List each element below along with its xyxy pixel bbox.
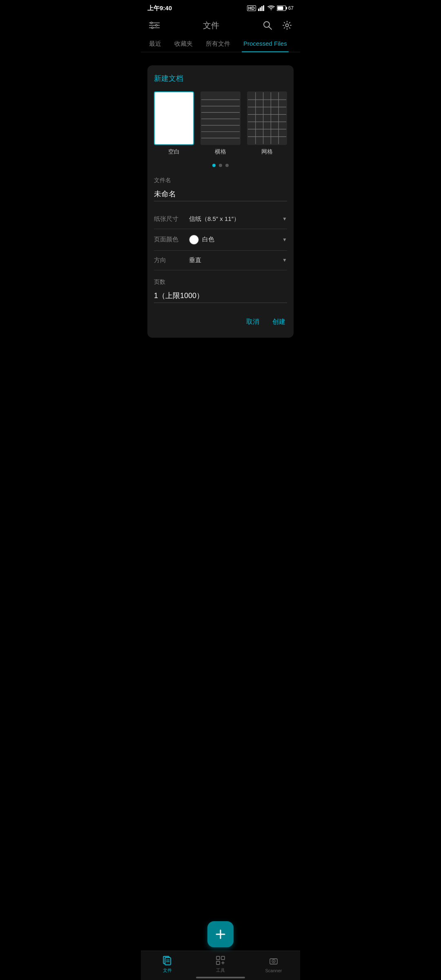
filter-button[interactable] (147, 19, 161, 31)
template-lined-label: 横格 (215, 148, 226, 156)
template-blank-preview (154, 91, 194, 145)
tab-all-files[interactable]: 所有文件 (204, 36, 232, 52)
filename-input[interactable] (154, 187, 287, 201)
grid-svg (248, 92, 286, 144)
tab-bar: 最近 收藏夹 所有文件 Processed Files (141, 36, 300, 52)
template-grid[interactable]: 网格 (247, 91, 287, 156)
tab-recent[interactable]: 最近 (147, 36, 163, 52)
dot-2 (219, 164, 222, 167)
settings-button[interactable] (281, 19, 294, 32)
svg-rect-19 (201, 92, 240, 144)
page-count-label: 页数 (154, 278, 287, 286)
filter-icon (149, 21, 160, 30)
svg-rect-27 (248, 92, 286, 144)
svg-rect-3 (263, 5, 264, 11)
tab-favorites[interactable]: 收藏夹 (173, 36, 194, 52)
svg-rect-0 (258, 9, 259, 11)
svg-point-18 (286, 24, 289, 27)
pagination-dots (154, 164, 287, 167)
page-count-group: 页数 (154, 278, 287, 303)
svg-point-10 (156, 24, 157, 26)
page-color-value: 白色 (202, 236, 214, 243)
template-lined-preview (200, 91, 241, 145)
svg-rect-1 (260, 7, 261, 11)
svg-rect-5 (286, 7, 287, 9)
battery-icon: 67 (277, 5, 294, 11)
battery-pct: 67 (288, 5, 294, 11)
tab-processed-files[interactable]: Processed Files (242, 36, 289, 52)
status-bar: 上午9:40 HD 67 (141, 0, 300, 15)
search-button[interactable] (261, 19, 274, 32)
top-bar-actions (261, 19, 294, 32)
dot-3 (225, 164, 229, 167)
paper-size-label: 纸张尺寸 (154, 215, 183, 223)
settings-icon (282, 20, 292, 30)
svg-point-7 (151, 22, 152, 24)
page-color-value-container: 白色 ▼ (183, 235, 287, 245)
orientation-chevron: ▼ (282, 257, 287, 263)
svg-point-13 (151, 27, 153, 29)
svg-rect-6 (277, 7, 283, 10)
template-lined[interactable]: 横格 (200, 91, 241, 156)
orientation-row[interactable]: 方向 垂直 ▼ (154, 251, 287, 270)
page-title: 文件 (203, 20, 219, 31)
svg-rect-2 (261, 6, 263, 11)
page-count-input[interactable] (154, 289, 287, 303)
dot-1 (212, 164, 216, 167)
template-blank[interactable]: 空白 (154, 91, 194, 156)
template-grid-label: 网格 (261, 148, 273, 156)
svg-line-17 (269, 27, 272, 30)
template-blank-label: 空白 (168, 148, 180, 156)
page-color-row[interactable]: 页面颜色 白色 ▼ (154, 229, 287, 251)
page-color-chevron: ▼ (282, 237, 287, 243)
status-icons: HD 67 (247, 5, 294, 11)
dialog-actions: 取消 创建 (154, 311, 287, 330)
filename-group: 文件名 (154, 177, 287, 201)
status-time: 上午9:40 (147, 4, 172, 12)
filename-label: 文件名 (154, 177, 287, 184)
orientation-value-container: 垂直 ▼ (183, 256, 287, 264)
cancel-button[interactable]: 取消 (245, 314, 261, 330)
main-content: 新建文档 空白 (141, 52, 300, 403)
hd-badge: HD (247, 5, 256, 11)
paper-size-value: 信纸（8.5″ x 11″） (189, 215, 240, 223)
paper-size-chevron: ▼ (282, 216, 287, 222)
orientation-value: 垂直 (189, 256, 201, 264)
paper-size-value-container: 信纸（8.5″ x 11″） ▼ (183, 215, 287, 223)
new-document-dialog: 新建文档 空白 (147, 65, 294, 338)
dialog-title: 新建文档 (154, 74, 287, 83)
template-grid-preview (247, 91, 287, 145)
create-button[interactable]: 创建 (271, 314, 287, 330)
page-color-circle (189, 235, 199, 245)
lined-svg (201, 92, 240, 144)
wifi-icon (267, 5, 275, 11)
template-selection: 空白 横格 (154, 91, 287, 156)
orientation-label: 方向 (154, 256, 183, 264)
top-bar: 文件 (141, 15, 300, 36)
signal-icon (258, 5, 265, 11)
page-color-label: 页面颜色 (154, 236, 183, 243)
search-icon (263, 20, 272, 30)
paper-size-row[interactable]: 纸张尺寸 信纸（8.5″ x 11″） ▼ (154, 209, 287, 229)
